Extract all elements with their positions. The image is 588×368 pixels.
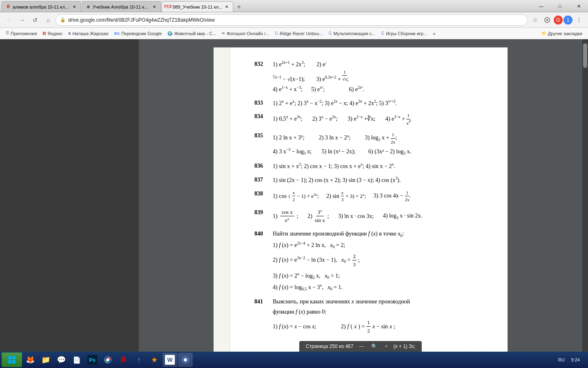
language-indicator[interactable]: RU [557,357,566,362]
star-taskbar-icon: ★ [149,355,159,365]
folder-icon: 📁 [41,355,51,365]
natasha-label: Наташа Жарская [72,31,108,36]
bookmark-animals[interactable]: 🌍 Животный мир - С... [165,30,218,37]
pdf-viewer[interactable]: 832 1) e2x+1 + 2x3; 2) e12x−1 − √(x−1); … [139,39,582,352]
maximize-button[interactable]: □ [550,0,569,12]
bookmark-natasha[interactable]: в Наташа Жарская [66,30,111,37]
problem-840: 840 Найти значение производной функции f… [254,229,483,294]
bookmark-translate[interactable]: BG Переводчик Google [111,30,164,37]
tab3-favicon: PDF [165,4,171,10]
bookmark-ridge[interactable]: G Ridge Racer Unbou... [272,30,325,37]
problem-num-833: 833 [254,99,273,107]
tab-3[interactable]: PDF 089_Учебник 10-11 кл... ✕ [162,1,233,12]
apps-grid-icon: ⠿ [6,31,9,36]
multip-label: Мультипликация с... [334,31,376,36]
chrome-icon [103,355,113,365]
right-scroll-panel[interactable] [582,39,588,352]
menu-button[interactable]: ⋮ [573,14,585,26]
ridge-favicon: G [275,31,278,36]
problem-content-837: 1) sin (2x − 1); 2) cos (x + 2); 3) sin … [273,175,483,186]
tab-1[interactable]: Я алимов алгебра 10-11 класс уч... ✕ [2,1,81,12]
tab-2[interactable]: ⊕ Учебник Алгебра 10-11 класс А... ✕ [82,1,161,12]
svg-rect-2 [8,356,11,359]
taskbar-firefox[interactable]: 🦊 [23,353,38,367]
problem-num-835: 835 [254,131,273,140]
start-button[interactable] [2,352,22,367]
pdf-page-info: Страница 250 из 467 [306,343,354,349]
taskbar-folder[interactable]: 📁 [38,353,53,367]
yandex-label: Яндекс [47,31,62,36]
minimize-button[interactable]: — [532,0,550,12]
taskbar-word[interactable]: W [163,353,177,367]
problem-num-832: 832 [254,60,273,68]
bookmarks-bar: ⠿ Приложения Я Яндекс в Наташа Жарская B… [0,28,588,39]
taskbar-yandex[interactable]: Я [116,353,131,367]
google-account-button[interactable]: G [554,16,563,25]
problem-839: 839 1) cos x ex ; 2) 3x [254,208,483,226]
bookmark-games[interactable]: G Игры Сборник игр... [379,30,430,37]
tab-list: Я алимов алгебра 10-11 класс уч... ✕ ⊕ У… [0,0,244,12]
bookmark-more[interactable]: » [430,30,438,37]
scroll-thumb[interactable] [583,43,587,68]
navbar: ← → ↺ ⌂ 🔒 ☆ G 1 ⋮ [0,12,588,28]
windows-logo-icon [8,356,16,364]
problem-832: 832 1) e2x+1 + 2x3; 2) e12x−1 − √(x−1); … [254,60,483,95]
problem-num-834: 834 [254,112,273,121]
bookmark-apps[interactable]: ⠿ Приложения [3,30,39,37]
nav-right-icons: ☆ G 1 ⋮ [529,14,585,26]
tab3-label: 089_Учебник 10-11 кл... [173,4,222,9]
home-button[interactable]: ⌂ [42,14,54,26]
problem-content-833: 1) 2x + ex; 2) 3x − x−2; 3) e2x − x; 4) … [273,99,483,109]
taskbar: 🦊 📁 💬 📄 Ps Я ↑ ★ W [0,352,588,368]
new-tab-button[interactable]: + [234,2,244,12]
reload-button[interactable]: ↺ [29,14,41,26]
problem-content-836: 1) sin x + x2; 2) cos x − 1; 3) cos x + … [273,162,483,172]
tab1-close[interactable]: ✕ [71,4,77,10]
bookmark-other[interactable]: 📁 Другие закладки [539,30,585,37]
ridge-label: Ridge Racer Unbou... [280,31,323,36]
bookmark-star-button[interactable]: ☆ [529,14,541,26]
problem-num-841: 841 [254,297,273,306]
animals-label: Животный мир - С... [174,31,216,36]
vk-favicon: в [68,31,71,36]
extensions-button[interactable] [541,14,553,26]
problem-836: 836 1) sin x + x2; 2) cos x − 1; 3) cos … [254,162,483,172]
problem-content-840: Найти значение производной функции f (x)… [273,229,483,294]
folder-favicon: 📁 [541,31,546,36]
problem-num-836: 836 [254,162,273,170]
taskbar-acrobat[interactable]: 📄 [69,353,84,367]
pdf-toolbar: Страница 250 из 467 — 🔍 + (x + 1) 3x; [299,341,422,352]
svg-point-1 [546,19,548,21]
bookmark-yandex[interactable]: Я Яндекс [40,30,65,37]
chrome2-icon [180,355,190,365]
notifications-button[interactable]: 1 [564,16,572,25]
tab1-favicon: Я [5,4,11,10]
clock: 9:24 [568,357,583,362]
pdf-zoom-in[interactable]: + [383,343,389,350]
translate-label: Переводчик Google [121,31,162,36]
back-button[interactable]: ← [3,14,15,26]
bookmark-multip[interactable]: G Мультипликация с... [326,30,378,37]
pdf-zoom-search[interactable]: 🔍 [370,343,379,350]
taskbar-arrow[interactable]: ↑ [131,353,146,367]
problem-num-837: 837 [254,175,273,184]
taskbar-whatsapp[interactable]: 💬 [54,353,69,367]
problem-837: 837 1) sin (2x − 1); 2) cos (x + 2); 3) … [254,175,483,186]
taskbar-right: RU 9:24 [557,357,586,362]
taskbar-chrome2[interactable] [178,353,193,367]
taskbar-photoshop[interactable]: Ps [85,353,100,367]
address-input[interactable] [68,17,523,23]
problem-content-838: 1) cos ( x 2 − 1) + e3x; 2) sin [273,189,483,205]
taskbar-star[interactable]: ★ [147,353,162,367]
whatsapp-icon: 💬 [56,355,66,365]
tab2-close[interactable]: ✕ [151,4,157,10]
svg-rect-5 [12,360,16,364]
problem-content-834: 1) 0,5x + e3x; 2) 3x − e2x; 3) e2−x +∛x;… [273,112,483,128]
bookmark-photoshop[interactable]: ✏ Фотошоп Онлайн /... [219,30,272,37]
pdf-zoom-out[interactable]: — [357,343,365,350]
tab3-close[interactable]: ✕ [224,4,229,10]
taskbar-chrome[interactable] [100,353,115,367]
problem-num-839: 839 [254,208,273,217]
forward-button[interactable]: → [16,14,28,26]
close-button[interactable]: ✕ [569,0,588,12]
